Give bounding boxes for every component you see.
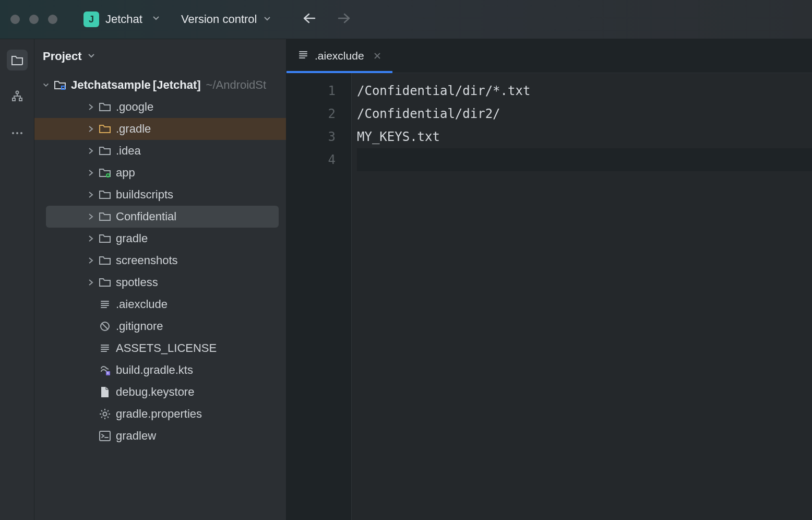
code-line[interactable]: MY_KEYS.txt — [357, 125, 812, 148]
tree-item-label: spotless — [116, 276, 158, 289]
minimize-window-icon[interactable] — [29, 15, 39, 24]
tree-item[interactable]: buildscripts — [34, 184, 286, 206]
editor: .aiexclude 1234 /Confidential/dir/*.txt/… — [286, 39, 812, 520]
tree-item[interactable]: gradlew — [34, 425, 286, 447]
tree-item[interactable]: .aiexclude — [34, 293, 286, 315]
chevron-right-icon[interactable] — [83, 191, 98, 198]
tree-item-label: gradlew — [116, 429, 156, 443]
chevron-right-icon[interactable] — [83, 169, 98, 176]
tree-item[interactable]: gradle.properties — [34, 403, 286, 425]
tree-item[interactable]: debug.keystore — [34, 381, 286, 403]
chevron-down-icon[interactable] — [39, 81, 53, 89]
folder-icon — [98, 211, 112, 222]
chevron-right-icon[interactable] — [83, 103, 98, 111]
folder-y-icon — [98, 124, 112, 134]
code-content[interactable]: /Confidential/dir/*.txt/Confidential/dir… — [352, 73, 812, 520]
close-icon[interactable] — [374, 50, 381, 62]
line-number: 1 — [286, 79, 336, 102]
project-panel: Project Jetchatsample [Jetchat] ~/Androi… — [34, 39, 286, 520]
tree-item-label: gradle — [116, 232, 148, 245]
forward-button[interactable] — [337, 13, 351, 26]
kts-icon: K — [98, 365, 112, 375]
folder-icon — [98, 255, 112, 266]
chevron-down-icon — [263, 13, 271, 26]
editor-tab-label: .aiexclude — [315, 50, 364, 62]
structure-tool-button[interactable] — [7, 86, 28, 107]
folder-icon — [98, 190, 112, 200]
lines-icon — [98, 299, 112, 310]
tree-item[interactable]: .gitignore — [34, 315, 286, 337]
close-window-icon[interactable] — [10, 15, 20, 24]
ignore-icon — [98, 321, 112, 332]
line-number: 3 — [286, 125, 336, 148]
chevron-right-icon[interactable] — [83, 125, 98, 133]
code-line[interactable]: /Confidential/dir2/ — [357, 102, 812, 125]
chevron-right-icon[interactable] — [83, 147, 98, 155]
vcs-label: Version control — [181, 13, 257, 26]
tree-item[interactable]: app — [34, 162, 286, 184]
gear-icon — [98, 408, 112, 420]
tree-root[interactable]: Jetchatsample [Jetchat] ~/AndroidSt — [34, 74, 286, 96]
line-number: 4 — [286, 148, 336, 171]
project-panel-header[interactable]: Project — [34, 39, 286, 73]
tree-item[interactable]: .google — [34, 96, 286, 118]
chevron-down-icon — [87, 50, 95, 63]
folder-icon — [11, 54, 23, 66]
vcs-menu[interactable]: Version control — [181, 13, 272, 26]
more-tool-button[interactable] — [7, 123, 28, 144]
project-tree[interactable]: Jetchatsample [Jetchat] ~/AndroidSt .goo… — [34, 73, 286, 520]
chevron-right-icon[interactable] — [83, 279, 98, 286]
chevron-right-icon[interactable] — [83, 213, 98, 220]
window-controls — [10, 15, 57, 24]
project-icon: J — [83, 11, 99, 27]
folder-icon — [98, 146, 112, 156]
tree-item-label: .aiexclude — [116, 298, 168, 311]
tree-item-label: build.gradle.kts — [116, 363, 193, 377]
main: Project Jetchatsample [Jetchat] ~/Androi… — [0, 39, 812, 520]
folder-icon — [98, 102, 112, 112]
tree-item[interactable]: Kbuild.gradle.kts — [34, 359, 286, 381]
tree-item[interactable]: ASSETS_LICENSE — [34, 337, 286, 359]
gutter: 1234 — [286, 73, 352, 520]
tree-root-bracket: [Jetchat] — [153, 78, 201, 92]
code-line[interactable] — [357, 148, 812, 171]
svg-rect-12 — [100, 431, 110, 441]
zoom-window-icon[interactable] — [48, 15, 57, 24]
tree-item-label: .gradle — [116, 122, 151, 136]
project-selector[interactable]: J Jetchat — [83, 11, 160, 27]
tree-item[interactable]: Confidential — [34, 206, 286, 228]
term-icon — [98, 431, 112, 441]
chevron-right-icon[interactable] — [83, 257, 98, 264]
tree-item-label: debug.keystore — [116, 385, 194, 399]
chevron-right-icon[interactable] — [83, 235, 98, 242]
code-area[interactable]: 1234 /Confidential/dir/*.txt/Confidentia… — [286, 73, 812, 520]
tree-item[interactable]: .gradle — [34, 118, 286, 140]
tree-item-label: .gitignore — [116, 320, 163, 333]
tree-item-label: app — [116, 166, 135, 180]
svg-point-7 — [106, 174, 110, 177]
project-panel-title: Project — [43, 50, 82, 63]
svg-text:K: K — [107, 371, 110, 375]
tree-item[interactable]: spotless — [34, 271, 286, 293]
tree-item-label: gradle.properties — [116, 407, 202, 421]
svg-point-11 — [103, 412, 107, 416]
toolstrip — [0, 39, 34, 520]
tree-item-label: buildscripts — [116, 188, 173, 202]
back-button[interactable] — [303, 13, 316, 26]
code-line[interactable]: /Confidential/dir/*.txt — [357, 79, 812, 102]
svg-rect-2 — [19, 98, 22, 101]
tree-item[interactable]: screenshots — [34, 250, 286, 271]
tree-item[interactable]: gradle — [34, 228, 286, 250]
file-lines-icon — [298, 50, 308, 63]
tree-item-label: .google — [116, 100, 153, 114]
svg-point-3 — [12, 132, 14, 134]
module-icon — [53, 80, 67, 90]
tree-item[interactable]: .idea — [34, 140, 286, 162]
svg-point-0 — [16, 91, 18, 94]
svg-point-5 — [20, 132, 22, 134]
project-tool-button[interactable] — [7, 50, 28, 70]
tree-root-label: Jetchatsample — [71, 78, 151, 92]
editor-tab[interactable]: .aiexclude — [286, 39, 392, 73]
structure-icon — [11, 90, 23, 103]
svg-rect-1 — [13, 98, 15, 101]
